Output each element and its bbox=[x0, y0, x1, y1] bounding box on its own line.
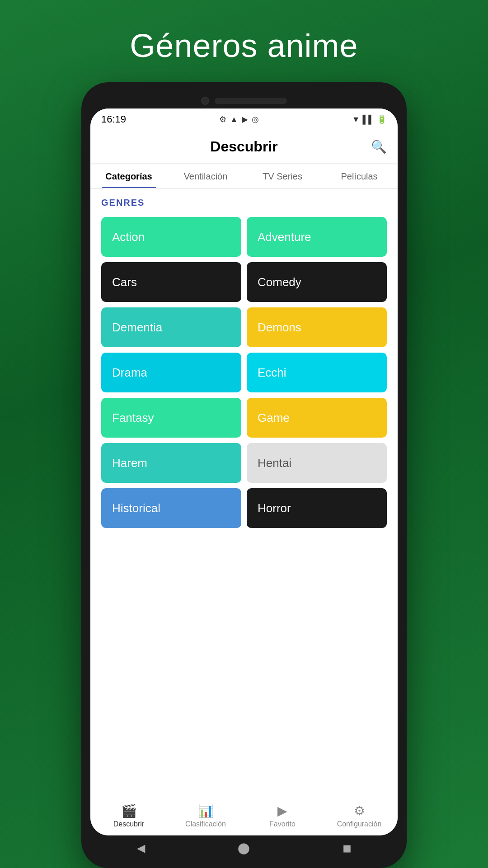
phone-top-bar bbox=[90, 91, 398, 108]
nav-item-clasificación[interactable]: 📊Clasificación bbox=[167, 800, 244, 832]
genre-label: Adventure bbox=[258, 230, 311, 244]
genre-label: Hentai bbox=[258, 456, 291, 470]
page-title-area: Géneros anime bbox=[0, 0, 488, 82]
genre-card-ecchi[interactable]: Ecchi bbox=[247, 353, 387, 392]
home-button[interactable]: ⬤ bbox=[238, 842, 250, 854]
tab-ventilacion[interactable]: Ventilación bbox=[167, 163, 244, 188]
nav-icon-favorito: ▶ bbox=[277, 803, 287, 818]
status-icons-left: ⚙ ▲ ▶ ◎ bbox=[219, 114, 259, 124]
section-label: GENRES bbox=[90, 189, 398, 212]
phone-shell: 16:19 ⚙ ▲ ▶ ◎ ▼ ▌▌ 🔋 Descubrir 🔍 Categor… bbox=[81, 82, 407, 868]
genre-card-horror[interactable]: Horror bbox=[247, 488, 387, 528]
battery-icon: 🔋 bbox=[377, 114, 387, 124]
back-button[interactable]: ◀ bbox=[137, 842, 145, 854]
nav-label-favorito: Favorito bbox=[269, 820, 296, 828]
genre-card-historical[interactable]: Historical bbox=[101, 488, 241, 528]
nav-label-descubrir: Descubrir bbox=[113, 820, 144, 828]
genre-card-harem[interactable]: Harem bbox=[101, 443, 241, 483]
status-bar: 16:19 ⚙ ▲ ▶ ◎ ▼ ▌▌ 🔋 bbox=[90, 108, 398, 130]
genre-label: Harem bbox=[112, 456, 147, 470]
phone-bottom-bar: ◀ ⬤ ◼ bbox=[90, 835, 398, 859]
phone-screen: 16:19 ⚙ ▲ ▶ ◎ ▼ ▌▌ 🔋 Descubrir 🔍 Categor… bbox=[90, 108, 398, 835]
bottom-nav: 🎬Descubrir📊Clasificación▶Favorito⚙Config… bbox=[90, 795, 398, 835]
tabs-bar: Categorías Ventilación TV Series Películ… bbox=[90, 163, 398, 189]
settings-icon: ⚙ bbox=[219, 114, 226, 124]
tab-peliculas[interactable]: Películas bbox=[321, 163, 398, 188]
genre-card-game[interactable]: Game bbox=[247, 398, 387, 438]
nav-label-configuración: Configuración bbox=[337, 820, 382, 828]
nav-item-descubrir[interactable]: 🎬Descubrir bbox=[90, 800, 167, 832]
genre-label: Drama bbox=[112, 366, 147, 380]
wifi-icon: ▼ bbox=[352, 115, 360, 124]
genre-label: Game bbox=[258, 411, 290, 425]
tab-categorias[interactable]: Categorías bbox=[90, 163, 167, 188]
genre-label: Demons bbox=[258, 321, 301, 335]
phone-camera bbox=[201, 97, 209, 105]
genre-card-comedy[interactable]: Comedy bbox=[247, 262, 387, 302]
search-icon[interactable]: 🔍 bbox=[371, 139, 387, 154]
play-icon: ▶ bbox=[242, 114, 248, 124]
genre-card-fantasy[interactable]: Fantasy bbox=[101, 398, 241, 438]
genre-card-demons[interactable]: Demons bbox=[247, 307, 387, 347]
genre-label: Ecchi bbox=[258, 366, 286, 380]
genre-label: Cars bbox=[112, 275, 137, 289]
page-title: Géneros anime bbox=[0, 27, 488, 64]
phone-speaker bbox=[215, 98, 287, 104]
genre-label: Horror bbox=[258, 501, 291, 515]
genre-label: Historical bbox=[112, 501, 160, 515]
genre-label: Comedy bbox=[258, 275, 301, 289]
tab-tv-series[interactable]: TV Series bbox=[244, 163, 321, 188]
recent-button[interactable]: ◼ bbox=[343, 842, 352, 854]
media-icon: ◎ bbox=[252, 114, 259, 124]
genres-grid: ActionAdventureCarsComedyDementiaDemonsD… bbox=[90, 212, 398, 535]
nav-item-favorito[interactable]: ▶Favorito bbox=[244, 800, 321, 832]
status-right: ▼ ▌▌ 🔋 bbox=[352, 114, 387, 124]
nav-icon-configuración: ⚙ bbox=[354, 803, 365, 818]
genre-card-adventure[interactable]: Adventure bbox=[247, 217, 387, 257]
genre-card-drama[interactable]: Drama bbox=[101, 353, 241, 392]
genre-card-dementia[interactable]: Dementia bbox=[101, 307, 241, 347]
signal-icon: ▌▌ bbox=[362, 115, 374, 124]
nav-item-configuración[interactable]: ⚙Configuración bbox=[321, 800, 398, 832]
nav-icon-clasificación: 📊 bbox=[198, 803, 214, 818]
nav-label-clasificación: Clasificación bbox=[185, 820, 226, 828]
genre-card-cars[interactable]: Cars bbox=[101, 262, 241, 302]
content-area: GENRES ActionAdventureCarsComedyDementia… bbox=[90, 189, 398, 795]
genre-label: Action bbox=[112, 230, 145, 244]
genre-card-action[interactable]: Action bbox=[101, 217, 241, 257]
app-bar: Descubrir 🔍 bbox=[90, 130, 398, 163]
app-bar-title: Descubrir bbox=[210, 138, 277, 155]
notification-icon: ▲ bbox=[230, 115, 238, 124]
genre-label: Fantasy bbox=[112, 411, 154, 425]
nav-icon-descubrir: 🎬 bbox=[121, 803, 137, 818]
genre-card-hentai[interactable]: Hentai bbox=[247, 443, 387, 483]
status-time: 16:19 bbox=[101, 113, 126, 125]
genre-label: Dementia bbox=[112, 321, 162, 335]
